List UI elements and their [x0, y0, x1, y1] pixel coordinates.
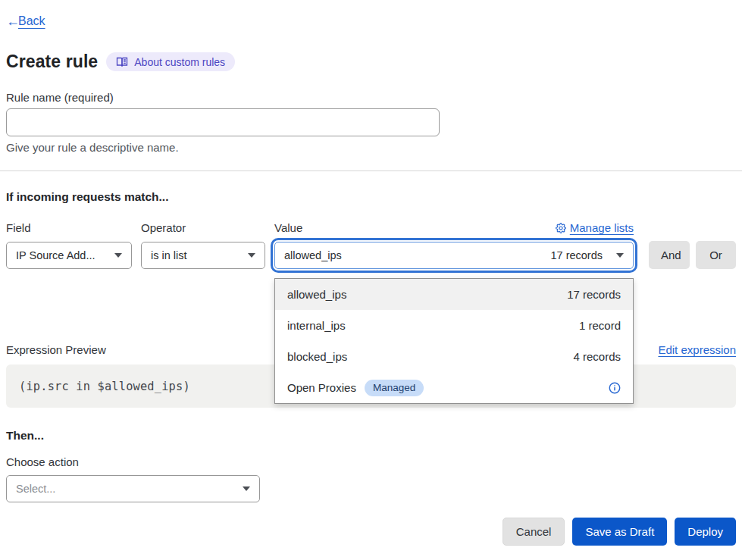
- about-custom-rules-badge[interactable]: About custom rules: [106, 52, 235, 71]
- match-section-heading: If incoming requests match...: [6, 190, 736, 204]
- back-link-label: Back: [18, 14, 45, 28]
- chevron-down-icon: [243, 486, 250, 491]
- menu-item-meta: 1 record: [579, 319, 621, 332]
- value-label: Value: [274, 221, 302, 234]
- manage-lists-label: Manage lists: [570, 221, 634, 234]
- gear-icon: [556, 223, 566, 233]
- rule-name-helper: Give your rule a descriptive name.: [6, 141, 736, 154]
- or-button[interactable]: Or: [696, 241, 736, 269]
- operator-select-value: is in list: [151, 249, 248, 261]
- match-controls-row: IP Source Add... is in list allowed_ips …: [6, 241, 736, 269]
- back-row: ←Back: [6, 0, 736, 28]
- menu-item-blocked-ips[interactable]: blocked_ips 4 records: [275, 341, 633, 372]
- cancel-button[interactable]: Cancel: [502, 518, 565, 546]
- manage-lists-link[interactable]: Manage lists: [556, 221, 634, 234]
- chevron-down-icon: [114, 253, 122, 258]
- action-select-placeholder: Select...: [16, 483, 243, 495]
- expression-code: (ip.src in $allowed_ips): [19, 380, 190, 393]
- menu-item-name: allowed_ips: [287, 288, 346, 301]
- page-title: Create rule: [6, 52, 98, 72]
- value-select-meta: 17 records: [550, 249, 603, 261]
- menu-item-allowed-ips[interactable]: allowed_ips 17 records: [275, 279, 633, 310]
- about-badge-label: About custom rules: [134, 56, 225, 68]
- left-arrow-icon: ←: [6, 14, 18, 28]
- menu-item-name: blocked_ips: [287, 350, 347, 363]
- operator-select[interactable]: is in list: [141, 242, 265, 269]
- book-icon: [116, 56, 128, 68]
- value-dropdown-menu: allowed_ips 17 records internal_ips 1 re…: [274, 278, 634, 405]
- choose-action-label: Choose action: [6, 455, 736, 468]
- rule-name-input[interactable]: [6, 108, 440, 136]
- field-select[interactable]: IP Source Add...: [6, 242, 132, 269]
- title-row: Create rule About custom rules: [6, 52, 736, 72]
- save-as-draft-button[interactable]: Save as Draft: [572, 518, 667, 546]
- chevron-down-icon: [248, 253, 255, 258]
- menu-item-internal-ips[interactable]: internal_ips 1 record: [275, 310, 633, 341]
- chevron-down-icon: [616, 253, 624, 258]
- menu-item-meta: 17 records: [567, 288, 621, 301]
- field-select-value: IP Source Add...: [16, 249, 114, 261]
- and-button[interactable]: And: [649, 241, 690, 269]
- rule-name-label: Rule name (required): [6, 91, 736, 104]
- value-select[interactable]: allowed_ips 17 records: [274, 242, 634, 269]
- deploy-button[interactable]: Deploy: [675, 518, 736, 546]
- section-divider: [0, 171, 742, 171]
- action-select[interactable]: Select...: [6, 475, 260, 502]
- expression-preview-label: Expression Preview: [6, 343, 106, 356]
- info-circle-icon: [609, 382, 621, 394]
- menu-item-name: Open Proxies: [287, 381, 356, 394]
- managed-badge: Managed: [365, 380, 424, 396]
- edit-expression-link[interactable]: Edit expression: [658, 343, 736, 356]
- value-label-row: Value Manage lists: [274, 221, 634, 234]
- menu-item-left: Open Proxies Managed: [287, 380, 424, 396]
- footer-actions: Cancel Save as Draft Deploy: [6, 518, 736, 546]
- value-select-wrap: allowed_ips 17 records allowed_ips 17 re…: [274, 242, 634, 269]
- field-label: Field: [6, 221, 141, 234]
- menu-item-name: internal_ips: [287, 319, 346, 332]
- back-link[interactable]: ←Back: [6, 14, 45, 28]
- create-rule-page: ←Back Create rule About custom rules Rul…: [0, 0, 742, 546]
- operator-label: Operator: [141, 221, 274, 234]
- match-labels-row: Field Operator Value Manage lists: [6, 221, 736, 234]
- menu-item-meta: 4 records: [573, 350, 621, 363]
- menu-item-open-proxies[interactable]: Open Proxies Managed: [275, 372, 633, 403]
- then-heading: Then...: [6, 429, 736, 443]
- info-icon[interactable]: [609, 382, 621, 394]
- value-select-value: allowed_ips: [284, 249, 550, 261]
